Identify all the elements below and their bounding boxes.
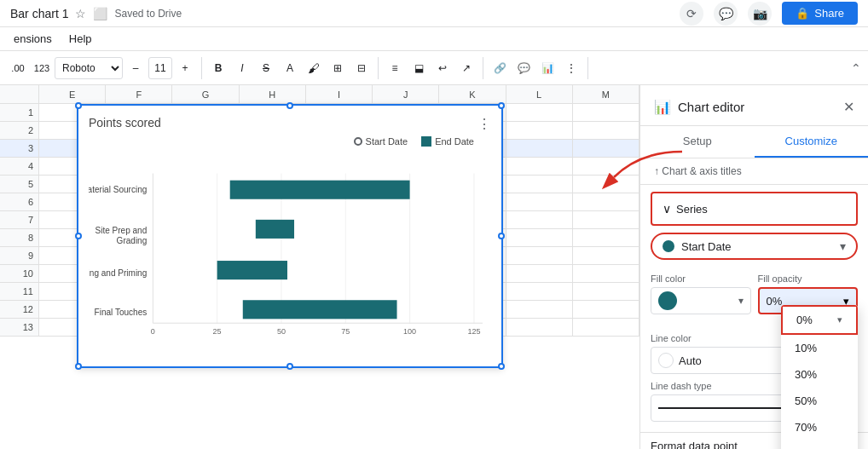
bar-material-sourcing[interactable] bbox=[230, 181, 410, 199]
cell[interactable] bbox=[573, 301, 639, 318]
cell[interactable] bbox=[506, 193, 573, 210]
svg-text:75: 75 bbox=[341, 327, 350, 336]
resize-handle-ml[interactable] bbox=[75, 233, 82, 239]
resize-handle-mr[interactable] bbox=[498, 233, 505, 239]
cell[interactable] bbox=[573, 122, 639, 139]
col-header-g[interactable]: G bbox=[172, 85, 239, 103]
col-header-h[interactable]: H bbox=[240, 85, 306, 103]
col-header-k[interactable]: K bbox=[439, 85, 506, 103]
cell[interactable] bbox=[573, 176, 639, 193]
text-rotate-button[interactable]: ↗ bbox=[455, 57, 477, 79]
cell[interactable] bbox=[573, 319, 639, 336]
col-header-e[interactable]: E bbox=[39, 85, 106, 103]
resize-handle-bl[interactable] bbox=[75, 363, 82, 370]
comment-button[interactable]: 💬 bbox=[512, 57, 535, 79]
opacity-option-90[interactable]: 90% bbox=[781, 440, 858, 449]
col-header-i[interactable]: I bbox=[306, 85, 373, 103]
text-wrap-button[interactable]: ↩ bbox=[431, 57, 454, 79]
bold-button[interactable]: B bbox=[207, 57, 229, 79]
cell[interactable] bbox=[506, 247, 573, 264]
svg-text:50: 50 bbox=[277, 327, 286, 336]
meet-icon[interactable]: 📷 bbox=[748, 2, 772, 26]
history-icon[interactable]: ⟳ bbox=[680, 2, 703, 26]
opacity-option-0[interactable]: 0% ▾ bbox=[781, 305, 858, 335]
cell[interactable] bbox=[506, 158, 573, 175]
series-header[interactable]: ∨ Series bbox=[652, 193, 856, 224]
toolbar-collapse-button[interactable]: ⌃ bbox=[851, 61, 861, 75]
chart-container[interactable]: Points scored ⋮ Start Date End Date Mate… bbox=[77, 104, 503, 368]
text-color-button[interactable]: A bbox=[279, 57, 301, 79]
cell[interactable] bbox=[573, 193, 639, 210]
series-dropdown[interactable]: Start Date ▾ bbox=[651, 233, 858, 260]
cell[interactable] bbox=[506, 176, 573, 193]
cell[interactable] bbox=[573, 104, 639, 121]
menu-help[interactable]: Help bbox=[62, 31, 99, 47]
cell[interactable] bbox=[573, 265, 639, 282]
highlight-button[interactable]: 🖌 bbox=[303, 57, 325, 79]
borders-button[interactable]: ⊞ bbox=[327, 57, 349, 79]
cell[interactable] bbox=[506, 265, 573, 282]
col-header-j[interactable]: J bbox=[373, 85, 439, 103]
number-format-btn[interactable]: 123 bbox=[31, 57, 53, 79]
opacity-option-70[interactable]: 70% bbox=[781, 414, 858, 440]
svg-text:100: 100 bbox=[403, 327, 416, 336]
font-size-increase-btn[interactable]: + bbox=[174, 57, 196, 79]
column-headers: E F G H I J K L M bbox=[0, 85, 639, 104]
fill-color-swatch[interactable] bbox=[658, 291, 677, 310]
italic-button[interactable]: I bbox=[231, 57, 253, 79]
cell[interactable] bbox=[506, 319, 573, 336]
col-header-l[interactable]: L bbox=[506, 85, 573, 103]
cell[interactable] bbox=[573, 247, 639, 264]
resize-handle-tr[interactable] bbox=[498, 102, 505, 109]
tab-setup[interactable]: Setup bbox=[640, 126, 755, 158]
tab-customize[interactable]: Customize bbox=[755, 126, 869, 158]
col-header-f[interactable]: F bbox=[106, 85, 172, 103]
resize-handle-br[interactable] bbox=[498, 363, 505, 370]
chevron-down-icon: ∨ bbox=[663, 202, 671, 216]
cell[interactable] bbox=[506, 229, 573, 246]
fill-color-select[interactable]: ▾ bbox=[651, 287, 751, 314]
opacity-option-30[interactable]: 30% bbox=[781, 361, 858, 388]
bar-painting[interactable] bbox=[217, 261, 287, 279]
chart-button[interactable]: 📊 bbox=[536, 57, 558, 79]
cell[interactable] bbox=[573, 229, 639, 246]
font-select[interactable]: Roboto bbox=[55, 57, 123, 79]
cell[interactable] bbox=[506, 211, 573, 228]
resize-handle-tl[interactable] bbox=[75, 102, 82, 109]
font-size-decrease-btn[interactable]: – bbox=[124, 57, 147, 79]
series-section[interactable]: ∨ Series bbox=[651, 192, 858, 226]
resize-handle-bm[interactable] bbox=[286, 363, 293, 370]
merge-button[interactable]: ⊟ bbox=[350, 57, 373, 79]
bar-site-prep[interactable] bbox=[256, 220, 294, 239]
align-button[interactable]: ≡ bbox=[384, 57, 406, 79]
cell[interactable] bbox=[573, 158, 639, 175]
col-header-m[interactable]: M bbox=[573, 85, 639, 103]
cell[interactable] bbox=[506, 140, 573, 157]
opacity-option-10[interactable]: 10% bbox=[781, 335, 858, 361]
opacity-option-50[interactable]: 50% bbox=[781, 388, 858, 414]
cell[interactable] bbox=[506, 104, 573, 121]
cell[interactable] bbox=[506, 122, 573, 139]
bar-final-touches[interactable] bbox=[243, 300, 397, 319]
decimal-decrease-btn[interactable]: .00 bbox=[7, 57, 29, 79]
cell[interactable] bbox=[573, 211, 639, 228]
link-button[interactable]: 🔗 bbox=[489, 57, 511, 79]
cell[interactable] bbox=[506, 301, 573, 318]
cell[interactable] bbox=[506, 283, 573, 300]
font-size-input[interactable] bbox=[148, 57, 172, 79]
saved-status: Saved to Drive bbox=[114, 8, 182, 20]
share-button[interactable]: 🔒 Share bbox=[782, 2, 858, 25]
resize-handle-tm[interactable] bbox=[286, 102, 293, 109]
folder-icon[interactable]: ⬜ bbox=[93, 7, 107, 20]
menu-extensions[interactable]: ensions bbox=[7, 31, 59, 47]
more-button[interactable]: ⋮ bbox=[560, 57, 582, 79]
doc-title: Bar chart 1 bbox=[10, 7, 68, 20]
valign-button[interactable]: ⬓ bbox=[408, 57, 430, 79]
editor-close-button[interactable]: ✕ bbox=[843, 99, 854, 115]
cell[interactable] bbox=[573, 283, 639, 300]
cell[interactable] bbox=[573, 140, 639, 157]
chart-more-icon[interactable]: ⋮ bbox=[477, 116, 491, 132]
comments-icon[interactable]: 💬 bbox=[714, 2, 738, 26]
star-icon[interactable]: ☆ bbox=[75, 7, 86, 20]
strikethrough-button[interactable]: S bbox=[255, 57, 277, 79]
